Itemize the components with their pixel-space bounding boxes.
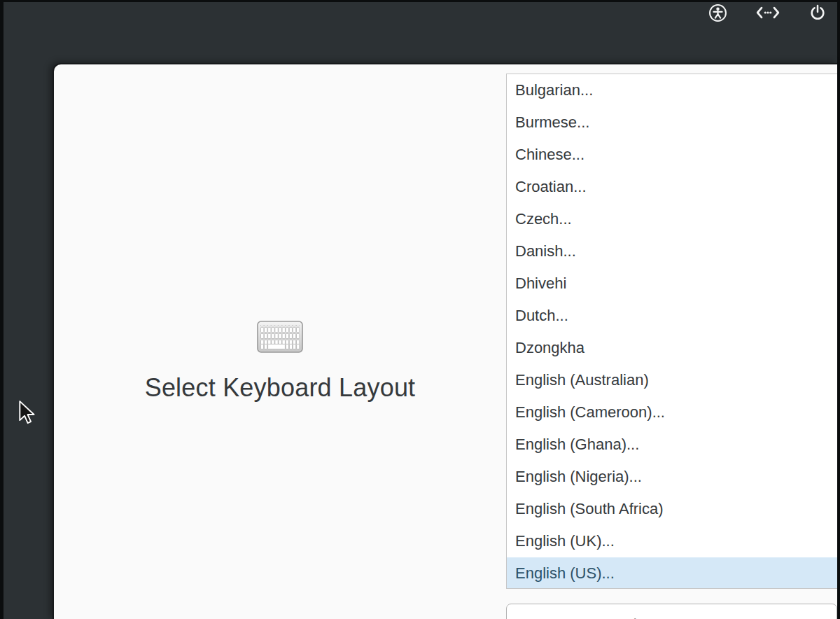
layout-list-item[interactable]: Burmese... — [507, 106, 837, 139]
power-icon[interactable] — [808, 4, 827, 22]
layout-list-item[interactable]: Dzongkha — [507, 332, 837, 364]
keyboard-setup-window: Select Keyboard Layout Bulgarian...Burme… — [52, 63, 837, 619]
title-pane: Select Keyboard Layout — [54, 64, 506, 619]
mouse-cursor — [18, 401, 36, 426]
layout-test-input[interactable] — [506, 604, 837, 619]
layout-list-item[interactable]: English (UK)... — [507, 525, 837, 557]
top-bar — [708, 2, 827, 23]
layout-list-item[interactable]: English (US)... — [507, 557, 837, 589]
layout-list-item[interactable]: Dhivehi — [507, 267, 837, 300]
layout-list-item[interactable]: Croatian... — [507, 171, 837, 203]
layout-list-item[interactable]: English (South Africa) — [507, 493, 837, 525]
page-title: Select Keyboard Layout — [54, 373, 506, 403]
layout-list-item[interactable]: Danish... — [507, 235, 837, 267]
layout-list-item[interactable]: English (Ghana)... — [507, 429, 837, 461]
layout-list-item[interactable]: English (Cameroon)... — [507, 396, 837, 429]
layout-list-item[interactable]: Dutch... — [507, 300, 837, 332]
accessibility-icon[interactable] — [708, 4, 727, 22]
keyboard-layout-switcher-icon[interactable] — [755, 4, 780, 22]
keyboard-icon — [257, 321, 303, 353]
keyboard-layout-list: Bulgarian...Burmese...Chinese...Croatian… — [506, 74, 837, 589]
layout-list-item[interactable]: English (Nigeria)... — [507, 461, 837, 493]
layout-list-item[interactable]: Czech... — [507, 203, 837, 235]
screen: Select Keyboard Layout Bulgarian...Burme… — [0, 0, 840, 619]
layout-list-item[interactable]: Chinese... — [507, 139, 837, 171]
layout-list-item[interactable]: Bulgarian... — [507, 74, 837, 106]
layout-list-item[interactable]: English (Australian) — [507, 364, 837, 396]
